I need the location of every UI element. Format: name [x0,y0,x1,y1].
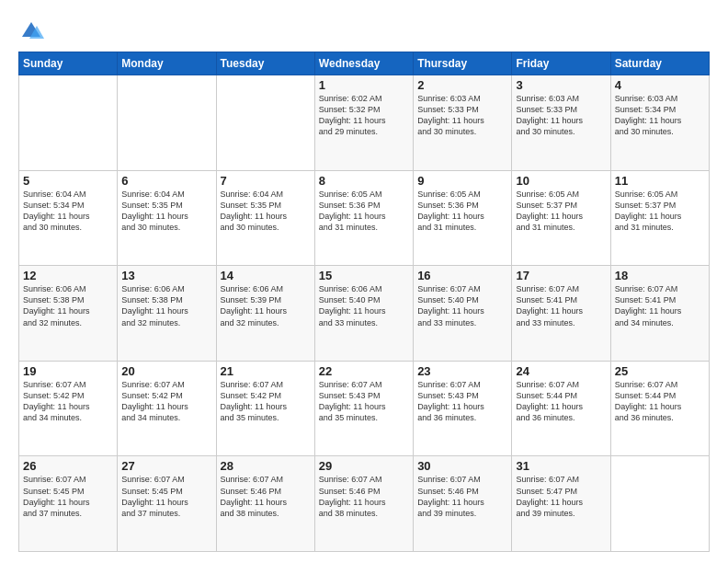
calendar-cell: 14Sunrise: 6:06 AM Sunset: 5:39 PM Dayli… [216,266,314,362]
calendar-week-1: 1Sunrise: 6:02 AM Sunset: 5:32 PM Daylig… [19,75,710,171]
day-info: Sunrise: 6:07 AM Sunset: 5:42 PM Dayligh… [23,379,113,424]
calendar-cell: 7Sunrise: 6:04 AM Sunset: 5:35 PM Daylig… [216,170,314,266]
day-info: Sunrise: 6:07 AM Sunset: 5:46 PM Dayligh… [319,474,409,519]
day-number: 15 [319,269,409,282]
calendar-cell: 26Sunrise: 6:07 AM Sunset: 5:45 PM Dayli… [19,456,118,552]
calendar-cell [216,75,314,171]
day-info: Sunrise: 6:07 AM Sunset: 5:46 PM Dayligh… [417,474,507,519]
day-info: Sunrise: 6:07 AM Sunset: 5:43 PM Dayligh… [417,379,507,424]
day-header-tuesday: Tuesday [216,52,314,75]
day-header-friday: Friday [512,52,610,75]
day-info: Sunrise: 6:07 AM Sunset: 5:43 PM Dayligh… [319,379,409,424]
logo [18,18,48,44]
day-header-monday: Monday [118,52,216,75]
calendar-cell: 5Sunrise: 6:04 AM Sunset: 5:34 PM Daylig… [19,170,118,266]
calendar-cell: 15Sunrise: 6:06 AM Sunset: 5:40 PM Dayli… [314,266,413,362]
calendar-cell: 28Sunrise: 6:07 AM Sunset: 5:46 PM Dayli… [216,456,314,552]
day-info: Sunrise: 6:03 AM Sunset: 5:33 PM Dayligh… [417,93,507,138]
day-number: 26 [23,459,113,473]
day-info: Sunrise: 6:06 AM Sunset: 5:38 PM Dayligh… [23,283,113,328]
calendar-body: 1Sunrise: 6:02 AM Sunset: 5:32 PM Daylig… [19,75,710,552]
days-of-week-row: SundayMondayTuesdayWednesdayThursdayFrid… [19,52,710,75]
calendar-cell: 11Sunrise: 6:05 AM Sunset: 5:37 PM Dayli… [610,170,709,266]
day-number: 5 [23,174,113,188]
day-info: Sunrise: 6:04 AM Sunset: 5:35 PM Dayligh… [121,189,211,234]
day-header-thursday: Thursday [414,52,512,75]
day-info: Sunrise: 6:07 AM Sunset: 5:41 PM Dayligh… [615,283,705,328]
day-number: 24 [516,364,606,378]
day-number: 10 [516,174,606,188]
day-info: Sunrise: 6:07 AM Sunset: 5:44 PM Dayligh… [516,379,606,424]
day-number: 1 [319,78,409,92]
day-number: 17 [516,269,606,282]
day-info: Sunrise: 6:07 AM Sunset: 5:44 PM Dayligh… [615,379,705,424]
day-number: 8 [319,174,409,188]
calendar-cell: 2Sunrise: 6:03 AM Sunset: 5:33 PM Daylig… [414,75,512,171]
calendar-cell: 1Sunrise: 6:02 AM Sunset: 5:32 PM Daylig… [314,75,413,171]
calendar-cell: 21Sunrise: 6:07 AM Sunset: 5:42 PM Dayli… [216,361,314,456]
day-info: Sunrise: 6:07 AM Sunset: 5:41 PM Dayligh… [516,283,606,328]
day-info: Sunrise: 6:05 AM Sunset: 5:37 PM Dayligh… [615,189,705,234]
day-info: Sunrise: 6:06 AM Sunset: 5:38 PM Dayligh… [121,283,211,328]
day-header-sunday: Sunday [19,52,118,75]
day-number: 14 [221,269,311,282]
day-number: 30 [417,459,507,473]
calendar-cell: 17Sunrise: 6:07 AM Sunset: 5:41 PM Dayli… [512,266,610,362]
day-number: 23 [417,364,507,378]
calendar-cell: 3Sunrise: 6:03 AM Sunset: 5:33 PM Daylig… [512,75,610,171]
calendar-cell: 25Sunrise: 6:07 AM Sunset: 5:44 PM Dayli… [610,361,709,456]
day-info: Sunrise: 6:05 AM Sunset: 5:36 PM Dayligh… [319,189,409,234]
day-number: 3 [516,78,606,92]
day-info: Sunrise: 6:06 AM Sunset: 5:39 PM Dayligh… [221,283,311,328]
page-container: SundayMondayTuesdayWednesdayThursdayFrid… [0,0,728,563]
day-number: 20 [121,364,211,378]
calendar-cell: 13Sunrise: 6:06 AM Sunset: 5:38 PM Dayli… [118,266,216,362]
calendar-cell: 8Sunrise: 6:05 AM Sunset: 5:36 PM Daylig… [314,170,413,266]
day-info: Sunrise: 6:07 AM Sunset: 5:47 PM Dayligh… [516,474,606,519]
calendar-header: SundayMondayTuesdayWednesdayThursdayFrid… [19,52,710,75]
calendar-week-5: 26Sunrise: 6:07 AM Sunset: 5:45 PM Dayli… [19,456,710,552]
calendar-cell: 12Sunrise: 6:06 AM Sunset: 5:38 PM Dayli… [19,266,118,362]
calendar-cell: 29Sunrise: 6:07 AM Sunset: 5:46 PM Dayli… [314,456,413,552]
day-info: Sunrise: 6:05 AM Sunset: 5:37 PM Dayligh… [516,189,606,234]
day-number: 7 [221,174,311,188]
day-header-wednesday: Wednesday [314,52,413,75]
day-number: 2 [417,78,507,92]
calendar-week-4: 19Sunrise: 6:07 AM Sunset: 5:42 PM Dayli… [19,361,710,456]
day-number: 31 [516,459,606,473]
day-number: 12 [23,269,113,282]
day-info: Sunrise: 6:07 AM Sunset: 5:42 PM Dayligh… [221,379,311,424]
day-info: Sunrise: 6:07 AM Sunset: 5:46 PM Dayligh… [221,474,311,519]
day-number: 22 [319,364,409,378]
calendar-cell: 30Sunrise: 6:07 AM Sunset: 5:46 PM Dayli… [414,456,512,552]
calendar-cell: 6Sunrise: 6:04 AM Sunset: 5:35 PM Daylig… [118,170,216,266]
day-info: Sunrise: 6:04 AM Sunset: 5:34 PM Dayligh… [23,189,113,234]
day-info: Sunrise: 6:06 AM Sunset: 5:40 PM Dayligh… [319,283,409,328]
day-info: Sunrise: 6:04 AM Sunset: 5:35 PM Dayligh… [221,189,311,234]
calendar-week-2: 5Sunrise: 6:04 AM Sunset: 5:34 PM Daylig… [19,170,710,266]
calendar-cell [19,75,118,171]
day-info: Sunrise: 6:07 AM Sunset: 5:42 PM Dayligh… [121,379,211,424]
calendar-cell: 18Sunrise: 6:07 AM Sunset: 5:41 PM Dayli… [610,266,709,362]
calendar-cell: 20Sunrise: 6:07 AM Sunset: 5:42 PM Dayli… [118,361,216,456]
day-info: Sunrise: 6:05 AM Sunset: 5:36 PM Dayligh… [417,189,507,234]
day-number: 19 [23,364,113,378]
calendar-cell: 31Sunrise: 6:07 AM Sunset: 5:47 PM Dayli… [512,456,610,552]
day-number: 4 [615,78,705,92]
calendar-cell: 27Sunrise: 6:07 AM Sunset: 5:45 PM Dayli… [118,456,216,552]
day-number: 11 [615,174,705,188]
day-number: 6 [121,174,211,188]
day-info: Sunrise: 6:07 AM Sunset: 5:45 PM Dayligh… [121,474,211,519]
calendar-cell: 16Sunrise: 6:07 AM Sunset: 5:40 PM Dayli… [414,266,512,362]
calendar-cell: 9Sunrise: 6:05 AM Sunset: 5:36 PM Daylig… [414,170,512,266]
calendar-cell: 10Sunrise: 6:05 AM Sunset: 5:37 PM Dayli… [512,170,610,266]
day-header-saturday: Saturday [610,52,709,75]
day-number: 21 [221,364,311,378]
calendar-cell [118,75,216,171]
day-number: 18 [615,269,705,282]
calendar-cell: 24Sunrise: 6:07 AM Sunset: 5:44 PM Dayli… [512,361,610,456]
logo-icon [18,18,44,44]
header [18,15,710,44]
calendar-cell: 22Sunrise: 6:07 AM Sunset: 5:43 PM Dayli… [314,361,413,456]
day-number: 13 [121,269,211,282]
